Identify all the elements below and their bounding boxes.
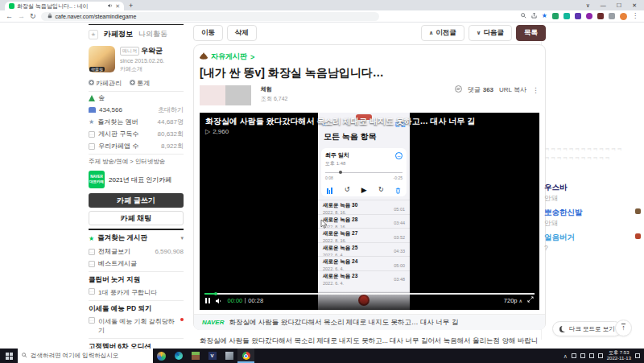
taskbar-search[interactable]: 검색하려면 여기에 입력하십시오	[18, 349, 153, 363]
chat-username[interactable]: 뽀송한신발	[544, 208, 642, 218]
window-menu-icon[interactable]: ∨	[586, 2, 590, 9]
fullscreen-icon[interactable]	[527, 296, 534, 304]
top-cafe-title: 2021년 대표 인기카페	[109, 175, 171, 184]
volume-icon[interactable]	[216, 293, 222, 307]
minecraft-icon	[192, 352, 200, 360]
chat-faint-line: ㅋㅋㅋㅋㅋㅋㅋㅋㅋㅋㅋ	[544, 154, 642, 163]
delete-button[interactable]: 삭제	[227, 25, 257, 41]
next-post-button[interactable]: ∨다음글	[469, 25, 512, 41]
mouse-cursor	[320, 218, 328, 233]
naver-logo: NAVER	[202, 319, 224, 326]
tab-cafe-info[interactable]: 카페정보	[104, 29, 133, 39]
window-close-icon[interactable]: ✕	[632, 2, 637, 9]
pause-icon[interactable]	[205, 298, 210, 303]
chat-username[interactable]: 우스바	[544, 183, 642, 193]
move-button[interactable]: 이동	[193, 25, 223, 41]
new-tab-button[interactable]: +	[129, 2, 133, 10]
tray-icon[interactable]	[589, 353, 594, 358]
refresh-icon[interactable]: ↻	[30, 13, 36, 20]
taskbar-app-minecraft[interactable]	[187, 349, 204, 363]
board-icon	[89, 131, 95, 138]
taskbar-app-edge[interactable]	[170, 349, 187, 363]
cafe-rank: 숲	[98, 93, 105, 102]
back-icon[interactable]: ←	[6, 13, 13, 20]
author-avatar-blurred[interactable]	[200, 85, 225, 105]
cafe-topic[interactable]: 주제 방송/연예 > 인터넷방송	[89, 154, 184, 169]
tray-icon[interactable]	[572, 353, 576, 358]
taskbar-app-viewer[interactable]	[221, 349, 237, 363]
favorite-cafe-star-icon[interactable]: ★	[89, 30, 98, 39]
forward-icon[interactable]: →	[18, 13, 25, 20]
video-player[interactable]: 화장실에 사람들 왔다갔다해서 목소리 제대로 내지도 못하고… 대사 너무 길…	[200, 113, 539, 310]
tab-close-icon[interactable]: ✕	[115, 3, 120, 10]
share-icon[interactable]	[531, 13, 537, 20]
tray-icon[interactable]	[598, 353, 603, 358]
chat-message: 얼음버거 ?	[544, 233, 642, 252]
profile-avatar[interactable]	[620, 13, 627, 20]
selected-recording-card: 최주 일치 오후 1:48 – 0:08 -0:25 ↺ ▶ ↻	[321, 148, 407, 196]
sidebar-item[interactable]: 이세돌 예능 기획 갈취당하기	[89, 316, 184, 336]
tray-chevron-icon[interactable]: ∧	[564, 353, 568, 359]
trash-icon	[395, 183, 401, 197]
recording-row: 새로운 녹음 252022. 6. 4.04:33	[318, 242, 410, 257]
sidebar-item[interactable]: 1대 풍카게 구합니다	[89, 287, 184, 299]
post-menu-icon[interactable]: ⋮	[532, 86, 539, 94]
comment-icon[interactable]	[455, 85, 462, 94]
window-minimize-icon[interactable]: —	[601, 2, 606, 8]
cafe-intro-link[interactable]: 카페소개	[120, 65, 164, 73]
zoom-icon[interactable]	[521, 13, 526, 20]
star-icon: ★	[89, 118, 94, 126]
url-bar[interactable]: cafe.naver.com/steamindiegame	[41, 12, 379, 21]
cafe-chat-button[interactable]: 카페 채팅	[89, 211, 184, 225]
browser-menu-icon[interactable]: ⋮	[632, 13, 638, 19]
list-button[interactable]: 목록	[516, 25, 546, 41]
fav-member-value: 44,687명	[158, 118, 184, 126]
cafe-manage-link[interactable]: 카페관리	[89, 79, 122, 88]
cafe-stats-link[interactable]: 통계	[130, 79, 150, 88]
author-name-blurred[interactable]	[225, 85, 251, 105]
extension-icon[interactable]	[597, 13, 604, 19]
taskbar-app-v[interactable]: V	[204, 349, 221, 363]
extension-icon[interactable]	[586, 13, 592, 19]
extension-icon[interactable]	[564, 13, 570, 19]
elapsed-time: 0:08	[325, 175, 333, 180]
taskbar-clock[interactable]: 오후 7:53 2022-11-13	[607, 350, 631, 362]
recording-name: 최주 일치	[325, 151, 402, 159]
extensions-puzzle-icon[interactable]	[609, 13, 615, 19]
browser-tab[interactable]: 화장실 녹음남입니다.. : 네이 ✕	[5, 2, 124, 10]
bookmark-star-icon[interactable]: ★	[542, 13, 547, 19]
url-copy-button[interactable]: URL 복사	[499, 85, 526, 94]
quality-selector[interactable]: 720p ∧	[504, 297, 522, 304]
extension-icon[interactable]	[575, 13, 581, 19]
play-outline-icon: ▷	[205, 128, 210, 135]
scroll-to-top-button[interactable]: ↑	[615, 320, 632, 336]
fav-boards-dropdown-icon[interactable]: ▾	[180, 235, 184, 241]
window-maximize-icon[interactable]: ☐	[617, 2, 621, 9]
dark-mode-button[interactable]: 다크 모드로 보기	[552, 321, 622, 336]
tab-my-activity[interactable]: 나의활동	[138, 29, 167, 39]
prev-post-button[interactable]: ∧이전글	[421, 25, 464, 41]
notification-center-icon[interactable]	[635, 353, 640, 358]
tab-audio-icon[interactable]	[108, 3, 113, 9]
start-button[interactable]	[0, 349, 18, 363]
post-action-bar: 이동 삭제 ∧이전글 ∨다음글 목록	[193, 25, 546, 41]
taskbar-app-chrome[interactable]	[237, 349, 254, 363]
cafe-write-button[interactable]: 카페 글쓰기	[89, 193, 184, 208]
sidebar-item-best-posts[interactable]: 베스트게시글	[89, 258, 184, 270]
taskbar-app-game[interactable]	[153, 349, 170, 363]
chevron-up-icon: ∧	[429, 30, 434, 36]
comment-label[interactable]: 댓글	[468, 85, 481, 94]
tray-icon[interactable]	[580, 353, 585, 358]
board-sub-value: 80,632회	[158, 130, 184, 138]
extension-icon[interactable]	[552, 13, 559, 19]
tab-title: 화장실 녹음남입니다.. : 네이	[17, 2, 105, 10]
board-link[interactable]: 자유게시판 >	[200, 52, 539, 62]
invite-link[interactable]: 초대하기	[158, 105, 184, 114]
comment-count[interactable]: 363	[483, 86, 493, 93]
chat-username[interactable]: 얼음버거	[544, 233, 642, 243]
fav-boards-title[interactable]: 즐겨찾는 게시판	[97, 233, 147, 243]
manager-name[interactable]: 우왁굳	[141, 47, 163, 55]
screen: 화장실 녹음남입니다.. : 네이 ✕ + ∨ — ☐ ✕ ← → ↻ cafe…	[0, 0, 644, 363]
video-caption-bar[interactable]: NAVER 화장실에 사람들 왔다갔다해서 목소리 제대로 내지도 못하고… 대…	[194, 314, 545, 330]
sidebar-item-all-posts[interactable]: 전체글보기6,590,908	[89, 245, 184, 258]
